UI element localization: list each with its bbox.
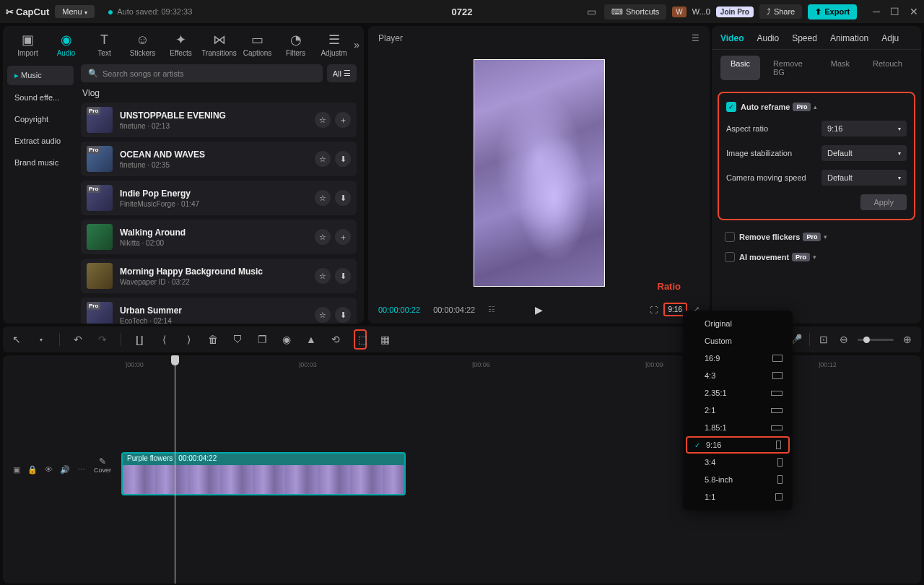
duplicate-tool[interactable]: ❐	[256, 334, 269, 345]
menu-button[interactable]: Menu ▾	[55, 5, 95, 18]
add-button[interactable]: ＋	[335, 112, 351, 128]
trim-left-tool[interactable]: ⟨	[157, 334, 170, 345]
timeline-ruler[interactable]: |00:00 |00:03 |00:06 |00:09 |00:12	[92, 358, 921, 373]
aspect-ratio-dropdown[interactable]: 9:16▾	[821, 121, 907, 136]
split-tool[interactable]: ∐	[133, 334, 146, 345]
shield-tool[interactable]: ⛉	[231, 334, 244, 345]
playhead[interactable]	[175, 355, 175, 584]
favorite-button[interactable]: ☆	[315, 151, 331, 167]
aspect-icon[interactable]: ▭	[585, 6, 598, 17]
undo-button[interactable]: ↶	[71, 334, 84, 345]
ratio-option[interactable]: ✓9:16	[686, 436, 790, 454]
zoom-in-icon[interactable]: ⊕	[901, 334, 914, 345]
subtab-retouch[interactable]: Retouch	[863, 56, 912, 80]
category-extract-audio[interactable]: Extract audio	[7, 131, 74, 150]
song-item[interactable]: Walking Around Nikitta · 02:00 ☆ ＋	[81, 220, 357, 254]
player-menu-icon[interactable]: ☰	[692, 33, 699, 43]
favorite-button[interactable]: ☆	[315, 190, 331, 206]
trim-right-tool[interactable]: ⟩	[182, 334, 195, 345]
category-brand-music[interactable]: Brand music	[7, 153, 74, 172]
download-button[interactable]: ⬇	[335, 268, 351, 284]
ratio-option[interactable]: 16:9	[683, 350, 793, 367]
delete-tool[interactable]: 🗑	[206, 334, 219, 345]
tab-effects[interactable]: ✦Effects	[162, 32, 200, 57]
shortcuts-button[interactable]: ⌨ Shortcuts	[604, 4, 666, 20]
export-button[interactable]: ⬆ Export	[808, 4, 857, 20]
favorite-button[interactable]: ☆	[315, 112, 331, 128]
auto-reframe-toggle[interactable]: ✓ Auto reframe Pro ▴	[726, 102, 817, 112]
play-button[interactable]: ▶	[535, 304, 543, 316]
tab-transitions[interactable]: ⋈Transitions	[200, 32, 238, 57]
stabilization-dropdown[interactable]: Default▾	[821, 145, 907, 161]
category-music[interactable]: ▸ Music	[7, 66, 74, 85]
ratio-option[interactable]: 2.35:1	[683, 384, 793, 402]
zoom-fit-icon[interactable]: ⊡	[817, 334, 830, 345]
inspector-tab-speed[interactable]: Speed	[792, 33, 817, 43]
category-sound-effects[interactable]: Sound effe...	[7, 88, 74, 107]
tab-audio[interactable]: ◉Audio	[47, 32, 85, 57]
tab-filters[interactable]: ◔Filters	[276, 32, 315, 57]
tab-import[interactable]: ▣Import	[9, 32, 47, 57]
song-item[interactable]: Morning Happy Background Music Wavepaper…	[81, 259, 357, 293]
visibility-icon[interactable]: 👁	[45, 465, 53, 474]
add-button[interactable]: ＋	[335, 229, 351, 245]
download-button[interactable]: ⬇	[335, 307, 351, 323]
ai-movement-toggle[interactable]: AI movement Pro ▾	[725, 252, 908, 262]
more-icon[interactable]: ⋯	[77, 465, 85, 474]
ratio-option[interactable]: 2:1	[683, 402, 793, 419]
selection-tool[interactable]: ↖	[10, 334, 23, 345]
layout-icon[interactable]: ☷	[488, 305, 495, 314]
cover-button[interactable]: ✎ Cover	[94, 456, 111, 474]
zoom-out-icon[interactable]: ⊖	[837, 334, 850, 345]
song-item[interactable]: Pro Urban Summer EcoTech · 02:14 ☆ ⬇	[81, 298, 357, 324]
apply-button[interactable]: Apply	[860, 194, 907, 210]
ratio-option[interactable]: 5.8-inch	[683, 471, 793, 488]
ratio-option[interactable]: 1:1	[683, 488, 793, 506]
favorite-button[interactable]: ☆	[315, 307, 331, 323]
ratio-option[interactable]: Custom	[683, 332, 793, 350]
subtab-basic[interactable]: Basic	[720, 56, 760, 80]
mirror-tool[interactable]: ▲	[305, 334, 318, 345]
search-input[interactable]: 🔍 Search songs or artists	[81, 64, 323, 82]
subtab-remove-bg[interactable]: Remove BG	[763, 56, 818, 80]
crop-resize-tool[interactable]: ⬚	[354, 329, 367, 350]
user-badge[interactable]: W	[672, 6, 686, 17]
zoom-slider[interactable]	[858, 339, 894, 341]
tabs-more-button[interactable]: »	[354, 39, 359, 51]
record-tool[interactable]: ◉	[280, 334, 293, 345]
tab-adjustment[interactable]: ☰Adjustm	[315, 32, 353, 57]
video-preview[interactable]	[474, 59, 605, 287]
track-toggle-icon[interactable]: ▣	[13, 465, 20, 474]
inspector-tab-adjust[interactable]: Adju	[881, 33, 899, 43]
tab-text[interactable]: TText	[85, 32, 123, 57]
maximize-button[interactable]: ☐	[890, 6, 899, 17]
ratio-option[interactable]: 4:3	[683, 367, 793, 384]
filter-all-button[interactable]: All ☰	[327, 64, 357, 82]
freeze-tool[interactable]: ▦	[378, 334, 391, 345]
song-item[interactable]: Pro OCEAN AND WAVES finetune · 02:35 ☆ ⬇	[81, 142, 357, 176]
rotate-tool[interactable]: ⟲	[329, 334, 342, 345]
subtab-mask[interactable]: Mask	[821, 56, 860, 80]
category-copyright[interactable]: Copyright	[7, 110, 74, 129]
close-button[interactable]: ✕	[910, 6, 918, 17]
inspector-tab-animation[interactable]: Animation	[830, 33, 868, 43]
join-pro-button[interactable]: Join Pro	[716, 6, 754, 17]
ratio-option[interactable]: 1.85:1	[683, 419, 793, 436]
minimize-button[interactable]: ─	[873, 6, 880, 17]
mute-icon[interactable]: 🔊	[60, 465, 70, 474]
song-item[interactable]: Pro UNSTOPPABLE EVENING finetune · 02:13…	[81, 103, 357, 137]
remove-flickers-toggle[interactable]: Remove flickers Pro ▾	[725, 232, 908, 242]
lock-icon[interactable]: 🔒	[27, 465, 38, 474]
camera-speed-dropdown[interactable]: Default▾	[821, 170, 907, 186]
favorite-button[interactable]: ☆	[315, 268, 331, 284]
video-clip[interactable]: Purple flowers 00:00:04:22	[121, 452, 406, 495]
chevron-down-icon[interactable]: ▾	[35, 337, 48, 343]
tab-captions[interactable]: ▭Captions	[238, 32, 276, 57]
download-button[interactable]: ⬇	[335, 151, 351, 167]
tab-stickers[interactable]: ☺Stickers	[123, 32, 162, 57]
share-button[interactable]: ⤴ Share	[759, 4, 802, 19]
song-item[interactable]: Pro Indie Pop Energy FiniteMusicForge · …	[81, 181, 357, 215]
inspector-tab-audio[interactable]: Audio	[757, 33, 779, 43]
favorite-button[interactable]: ☆	[315, 229, 331, 245]
crop-icon[interactable]: ⛶	[650, 306, 658, 314]
